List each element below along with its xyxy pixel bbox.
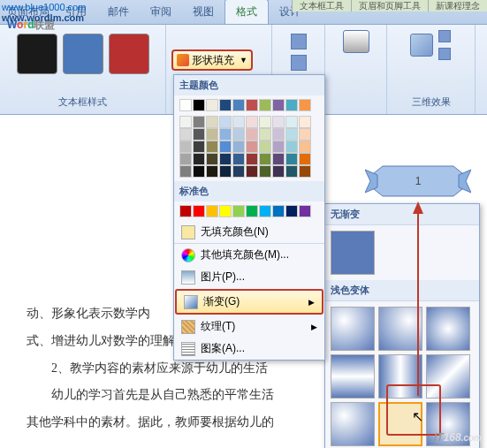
- color-swatch[interactable]: [285, 165, 298, 178]
- color-swatch[interactable]: [232, 116, 245, 128]
- color-swatch[interactable]: [259, 205, 271, 217]
- rotate-icon-2[interactable]: [438, 48, 451, 60]
- color-swatch[interactable]: [206, 99, 218, 111]
- color-swatch[interactable]: [259, 165, 271, 178]
- color-swatch[interactable]: [259, 116, 271, 128]
- rotate-icon-1[interactable]: [438, 30, 451, 42]
- color-swatch[interactable]: [272, 140, 285, 153]
- shape-fill-button[interactable]: 形状填充 ▼: [171, 49, 253, 71]
- color-swatch[interactable]: [299, 205, 311, 217]
- texture-fill-item[interactable]: 纹理(T) ▶: [174, 315, 324, 338]
- color-swatch[interactable]: [285, 140, 298, 153]
- color-swatch[interactable]: [206, 128, 218, 140]
- color-swatch[interactable]: [232, 153, 245, 165]
- gradient-variant-2[interactable]: [378, 307, 422, 351]
- color-swatch[interactable]: [219, 99, 232, 111]
- shadow-icon[interactable]: [291, 34, 307, 49]
- tab-view[interactable]: 视图: [182, 0, 224, 24]
- color-swatch[interactable]: [299, 153, 311, 165]
- color-swatch[interactable]: [232, 140, 245, 153]
- color-swatch[interactable]: [193, 153, 205, 165]
- color-swatch[interactable]: [246, 99, 258, 111]
- color-swatch[interactable]: [179, 165, 192, 178]
- color-swatch[interactable]: [193, 140, 205, 153]
- color-swatch[interactable]: [193, 99, 205, 111]
- tab-format[interactable]: 格式: [224, 0, 269, 24]
- color-swatch[interactable]: [179, 116, 192, 128]
- color-swatch[interactable]: [219, 128, 232, 140]
- color-swatch[interactable]: [285, 128, 298, 140]
- color-swatch[interactable]: [246, 153, 258, 165]
- gradient-variant-4[interactable]: [331, 354, 375, 399]
- color-swatch[interactable]: [219, 153, 232, 165]
- perspective-icon[interactable]: [343, 30, 369, 53]
- gradient-variant-7[interactable]: [331, 402, 375, 446]
- color-swatch[interactable]: [259, 140, 271, 153]
- color-swatch[interactable]: [272, 205, 285, 217]
- color-swatch[interactable]: [219, 116, 232, 128]
- pattern-fill-item[interactable]: 图案(A)...: [174, 338, 324, 360]
- color-swatch[interactable]: [179, 140, 192, 153]
- color-swatch[interactable]: [179, 205, 192, 217]
- color-swatch[interactable]: [246, 165, 258, 178]
- color-swatch[interactable]: [272, 116, 285, 128]
- color-swatch[interactable]: [246, 116, 258, 128]
- color-swatch[interactable]: [193, 165, 205, 178]
- style-gallery[interactable]: [13, 28, 153, 80]
- color-swatch[interactable]: [259, 128, 271, 140]
- gradient-fill-item[interactable]: 渐变(G) ▶: [175, 289, 323, 315]
- color-swatch[interactable]: [193, 128, 205, 140]
- color-swatch[interactable]: [285, 153, 298, 165]
- color-swatch[interactable]: [259, 99, 271, 111]
- color-swatch[interactable]: [206, 165, 218, 178]
- ctx-tab-textbox[interactable]: 文本框工具: [292, 0, 351, 11]
- color-swatch[interactable]: [285, 205, 298, 217]
- color-swatch[interactable]: [285, 99, 298, 111]
- more-colors-item[interactable]: 其他填充颜色(M)...: [174, 244, 324, 266]
- picture-fill-item[interactable]: 图片(P)...: [174, 266, 324, 288]
- color-swatch[interactable]: [259, 153, 271, 165]
- color-swatch[interactable]: [179, 128, 192, 140]
- color-swatch[interactable]: [193, 116, 205, 128]
- color-swatch[interactable]: [299, 116, 311, 128]
- color-swatch[interactable]: [272, 128, 285, 140]
- no-fill-item[interactable]: 无填充颜色(N): [174, 221, 324, 243]
- color-swatch[interactable]: [299, 99, 311, 111]
- gradient-variant-6[interactable]: [426, 354, 470, 399]
- ctx-tab-course[interactable]: 新课程理念: [428, 0, 487, 11]
- gradient-variant-1[interactable]: [331, 307, 375, 351]
- color-swatch[interactable]: [299, 128, 311, 140]
- ctx-tab-header[interactable]: 页眉和页脚工具: [351, 0, 428, 11]
- color-swatch[interactable]: [246, 140, 258, 153]
- swatch-blue[interactable]: [63, 34, 103, 74]
- color-swatch[interactable]: [272, 153, 285, 165]
- color-swatch[interactable]: [193, 205, 205, 217]
- color-swatch[interactable]: [246, 205, 258, 217]
- color-swatch[interactable]: [232, 165, 245, 178]
- tab-mail[interactable]: 邮件: [97, 0, 140, 24]
- color-swatch[interactable]: [272, 165, 285, 178]
- tab-review[interactable]: 审阅: [140, 0, 182, 24]
- color-swatch[interactable]: [232, 205, 245, 217]
- swatch-red[interactable]: [109, 34, 149, 74]
- banner-shape[interactable]: 1: [365, 163, 471, 200]
- three-d-icon[interactable]: [410, 34, 433, 57]
- link-wordlm[interactable]: www.wordlm.com: [2, 12, 86, 23]
- color-swatch[interactable]: [232, 128, 245, 140]
- color-swatch[interactable]: [179, 153, 192, 165]
- color-swatch[interactable]: [206, 140, 218, 153]
- swatch-black[interactable]: [17, 34, 57, 74]
- gradient-variant-3[interactable]: [426, 307, 470, 351]
- nudge-icon[interactable]: [291, 55, 307, 71]
- color-swatch[interactable]: [299, 165, 311, 178]
- color-swatch[interactable]: [219, 140, 232, 153]
- color-swatch[interactable]: [219, 205, 232, 217]
- gradient-variant-5[interactable]: [378, 354, 422, 399]
- color-swatch[interactable]: [285, 116, 298, 128]
- color-swatch[interactable]: [179, 99, 192, 111]
- color-swatch[interactable]: [299, 140, 311, 153]
- color-swatch[interactable]: [272, 99, 285, 111]
- color-swatch[interactable]: [206, 205, 218, 217]
- color-swatch[interactable]: [206, 116, 218, 128]
- color-swatch[interactable]: [246, 128, 258, 140]
